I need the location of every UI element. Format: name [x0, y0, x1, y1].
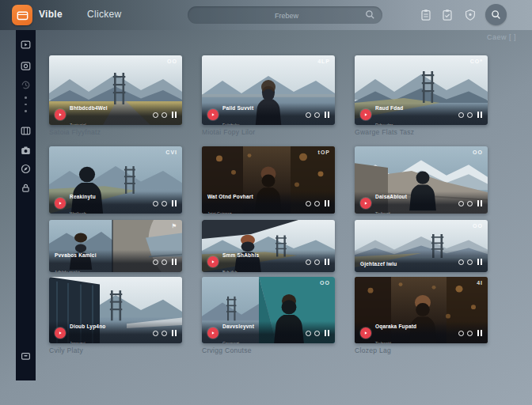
action-circle-icon[interactable]	[306, 331, 311, 336]
menu-item[interactable]: Clickew	[87, 9, 121, 20]
duration-badge: OO	[320, 280, 330, 286]
photo-collection-icon[interactable]	[21, 61, 31, 71]
duration-badge: OO	[473, 150, 483, 155]
view-toggle[interactable]: Caew [ ]	[487, 33, 516, 41]
card-caption: Clozep Lag	[355, 346, 391, 354]
media-library-icon[interactable]	[21, 40, 31, 50]
card-title: Reakinytu	[70, 194, 96, 199]
camera-icon[interactable]	[21, 146, 31, 156]
video-card[interactable]: OO DavvsleyvntGnenvezi	[202, 277, 335, 343]
video-card[interactable]: ⚑ Pvvabos KamlciAdbfcfu rrvska	[49, 220, 182, 272]
video-card[interactable]: 4LP Paild SuvvitFejicheku	[202, 55, 335, 125]
card-overlay: DaisaAbloutTjefwurti	[355, 191, 488, 214]
search-icon[interactable]	[365, 9, 375, 20]
action-circle-icon[interactable]	[314, 331, 320, 336]
action-circle-icon[interactable]	[467, 201, 473, 206]
duration-badge: OO	[473, 223, 483, 229]
card-subtitle: Gnenvezi	[222, 341, 239, 343]
profile-button[interactable]	[485, 4, 507, 25]
video-card[interactable]: Smm ShAbhisBub tfeh	[202, 220, 335, 272]
explore-icon[interactable]	[21, 164, 31, 174]
action-circle-icon[interactable]	[467, 331, 473, 336]
action-circle-icon[interactable]	[314, 259, 320, 265]
pause-icon[interactable]	[172, 112, 177, 119]
action-circle-icon[interactable]	[153, 112, 158, 118]
action-circle-icon[interactable]	[458, 259, 464, 265]
channel-badge[interactable]	[55, 198, 66, 209]
video-card[interactable]: CVI ReakinytuWrolkesh	[49, 146, 182, 214]
pause-icon[interactable]	[172, 259, 177, 266]
video-card[interactable]: CO* Raud FdadRcheudza	[355, 55, 488, 125]
video-card[interactable]: Dioub Lyp4noJarwuzei	[49, 277, 182, 343]
clipboard-check-icon[interactable]	[441, 9, 454, 21]
action-circle-icon[interactable]	[467, 112, 473, 118]
channel-badge[interactable]	[360, 198, 371, 209]
channel-badge[interactable]	[207, 327, 218, 339]
clipboard-icon[interactable]	[420, 9, 432, 21]
search-bar[interactable]	[188, 6, 382, 24]
magnifier-icon	[491, 9, 501, 20]
history-icon[interactable]	[21, 80, 31, 90]
action-circle-icon[interactable]	[306, 112, 311, 118]
flag-icon: ⚑	[172, 223, 177, 229]
action-circle-icon[interactable]	[306, 201, 311, 206]
video-card[interactable]: 4I Oqaraka FupatdTjehwatti	[355, 277, 488, 343]
card-subtitle: Bub tfeh	[222, 270, 238, 272]
action-circle-icon[interactable]	[458, 112, 464, 118]
pause-icon[interactable]	[325, 112, 329, 119]
action-circle-icon[interactable]	[153, 259, 158, 265]
card-title: Paild Suvvit	[222, 105, 253, 111]
action-circle-icon[interactable]	[314, 112, 320, 118]
action-circle-icon[interactable]	[162, 112, 167, 118]
video-card[interactable]: OO DaisaAbloutTjefwurti	[355, 146, 488, 214]
channel-badge[interactable]	[360, 327, 371, 339]
action-circle-icon[interactable]	[306, 259, 311, 265]
more-dots-icon[interactable]	[25, 97, 27, 112]
shield-icon[interactable]	[464, 9, 477, 21]
channel-badge[interactable]	[55, 327, 66, 339]
pause-icon[interactable]	[477, 330, 482, 337]
card-overlay: ReakinytuWrolkesh	[49, 191, 182, 214]
sidebar	[16, 30, 36, 380]
card-overlay: Dioub Lyp4noJarwuzei	[49, 321, 182, 343]
action-circle-icon[interactable]	[467, 259, 473, 265]
thumbnail: 4LP Paild SuvvitFejicheku	[202, 55, 335, 125]
pause-icon[interactable]	[325, 259, 329, 266]
video-card[interactable]: OO Bhtbdcdb4WelZenteaial	[49, 55, 182, 125]
lock-icon[interactable]	[21, 183, 31, 193]
pause-icon[interactable]	[477, 200, 482, 207]
action-circle-icon[interactable]	[162, 201, 167, 206]
channel-badge[interactable]	[360, 109, 371, 120]
card-title: Dioub Lyp4no	[70, 324, 106, 329]
card-subtitle: Jotai Getrowz	[207, 211, 232, 214]
video-card[interactable]: OO Gjehtazef iwiu	[355, 220, 488, 272]
action-circle-icon[interactable]	[153, 201, 158, 206]
channel-badge[interactable]	[207, 109, 218, 120]
action-circle-icon[interactable]	[162, 259, 167, 265]
card-caption: Crvigg Conutse	[202, 346, 252, 354]
action-circle-icon[interactable]	[458, 201, 464, 206]
action-circle-icon[interactable]	[458, 331, 464, 336]
card-title: Wat Otnd Povhart	[207, 194, 253, 199]
card-title: Davvsleyvnt	[222, 324, 254, 329]
film-reel-icon[interactable]	[21, 126, 31, 136]
pause-icon[interactable]	[325, 200, 329, 207]
app-logo[interactable]	[12, 5, 32, 25]
action-circle-icon[interactable]	[314, 201, 320, 206]
search-input[interactable]	[188, 6, 386, 25]
pause-icon[interactable]	[325, 330, 329, 337]
channel-badge[interactable]	[207, 256, 218, 267]
thumbnail: OO Bhtbdcdb4WelZenteaial	[49, 55, 182, 125]
card-title: Gjehtazef iwiu	[360, 261, 397, 267]
archive-box-icon[interactable]	[21, 350, 31, 361]
duration-badge: OO	[167, 59, 177, 64]
action-circle-icon[interactable]	[153, 331, 158, 336]
pause-icon[interactable]	[172, 200, 177, 207]
video-card[interactable]: tOP Wat Otnd PovhartJotai Getrowz	[202, 146, 335, 214]
card-caption: Satoia Flyyfnatz	[49, 128, 101, 136]
action-circle-icon[interactable]	[162, 331, 167, 336]
pause-icon[interactable]	[172, 330, 177, 337]
channel-badge[interactable]	[55, 109, 66, 120]
pause-icon[interactable]	[477, 112, 482, 119]
pause-icon[interactable]	[477, 259, 482, 266]
